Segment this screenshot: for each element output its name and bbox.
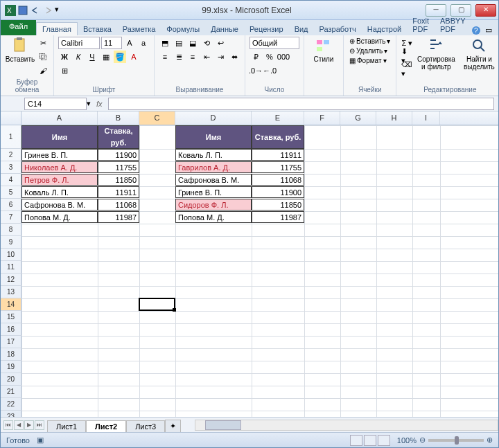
cell[interactable]: Николаев А. Д. [21,161,98,173]
align-right-icon[interactable]: ≡ [186,51,199,63]
indent-inc-icon[interactable]: ⇥ [214,51,227,63]
sheet-tab-3[interactable]: Лист3 [126,420,165,432]
cut-icon[interactable]: ✂ [37,37,49,49]
row-header-13[interactable]: 13 [1,286,21,298]
cell[interactable]: Коваль Л. П. [175,149,252,161]
indent-dec-icon[interactable]: ⇤ [200,51,213,63]
view-pagelayout[interactable] [364,435,376,446]
col-header-B[interactable]: B [98,111,139,125]
sheet-nav-first[interactable]: ⏮ [3,420,13,430]
col-header-F[interactable]: F [304,111,340,125]
horizontal-scrollbar[interactable] [195,420,498,431]
tab-insert[interactable]: Вставка [78,23,117,35]
tab-formulas[interactable]: Формулы [161,23,205,35]
col-header-C[interactable]: C [139,111,175,125]
close-button[interactable]: ✕ [475,4,496,17]
insert-cells[interactable]: ⊕Вставить ▾ [348,37,392,46]
redo-icon[interactable] [42,5,53,16]
tab-layout[interactable]: Разметка [117,23,161,35]
row-header-23[interactable]: 23 [1,411,21,417]
row-header-12[interactable]: 12 [1,274,21,286]
row-header-2[interactable]: 2 [1,149,21,161]
wrap-icon[interactable]: ↩ [214,37,227,49]
italic-icon[interactable]: К [72,51,85,63]
cell[interactable]: Попова М. Д. [21,211,98,223]
row-header-7[interactable]: 7 [1,211,21,224]
col-header-G[interactable]: G [340,111,376,125]
col-header-H[interactable]: H [376,111,412,125]
sort-filter-button[interactable]: Сортировка и фильтр [414,37,457,71]
formula-input[interactable] [108,98,494,110]
sheet-nav-prev[interactable]: ◀ [14,420,24,430]
borders-icon[interactable]: ⊞ [58,64,71,77]
cell[interactable]: Имя [175,125,252,149]
paste-button[interactable]: Вставить [5,37,35,64]
fx-icon[interactable]: fx [96,100,103,108]
cell[interactable]: 11987 [98,211,139,223]
file-tab[interactable]: Файл [1,20,36,35]
format-cells[interactable]: ▦Формат ▾ [348,56,388,65]
select-all-corner[interactable] [1,111,21,125]
align-left-icon[interactable]: ≡ [159,51,171,63]
cell[interactable]: Сидоров Ф. Л. [175,199,252,210]
sheet-nav-next[interactable]: ▶ [24,420,34,430]
cells-area[interactable]: ИмяСтавка, руб.Гринев В. П.11900Николаев… [21,125,498,417]
sheet-tab-1[interactable]: Лист1 [47,420,86,432]
row-header-10[interactable]: 10 [1,249,21,261]
cell[interactable]: Ставка, руб. [98,125,139,149]
row-header-9[interactable]: 9 [1,236,21,249]
row-header-3[interactable]: 3 [1,161,21,174]
align-center-icon[interactable]: ≣ [173,51,185,63]
zoom-level[interactable]: 100% [397,436,417,445]
save-icon[interactable] [17,5,28,16]
tab-dev[interactable]: Разработч [314,23,362,35]
row-header-6[interactable]: 6 [1,199,21,211]
merge-icon[interactable]: ⬌ [228,51,240,63]
cell[interactable]: 11987 [252,211,304,223]
cell[interactable]: 11755 [252,161,304,173]
find-select-button[interactable]: Найти и выделить [459,37,499,71]
tab-view[interactable]: Вид [289,23,314,35]
align-top-icon[interactable]: ⬒ [159,37,171,49]
styles-button[interactable]: Стили [308,37,339,64]
orientation-icon[interactable]: ⟲ [200,37,213,49]
grow-font-icon[interactable]: A [123,37,136,49]
row-header-16[interactable]: 16 [1,323,21,336]
cell[interactable]: Попова М. Д. [175,211,252,223]
row-header-4[interactable]: 4 [1,174,21,186]
bold-icon[interactable]: Ж [58,51,71,63]
row-header-5[interactable]: 5 [1,186,21,199]
cell[interactable]: 11068 [98,199,139,210]
shrink-font-icon[interactable]: a [137,37,150,49]
zoom-slider[interactable] [428,439,484,442]
view-normal[interactable] [350,435,362,446]
border-icon[interactable]: ▦ [100,51,112,63]
comma-icon[interactable]: 000 [277,51,290,63]
inc-decimal-icon[interactable]: .0→ [250,64,262,77]
cell[interactable]: Ставка, руб. [252,125,304,149]
row-header-18[interactable]: 18 [1,348,21,361]
cell[interactable]: Гринев В. П. [175,186,252,198]
tab-addins[interactable]: Надстрой [362,23,407,35]
cell[interactable]: 11900 [252,186,304,198]
cell[interactable]: 11850 [98,174,139,186]
cell[interactable]: 11911 [252,149,304,161]
align-mid-icon[interactable]: ▤ [173,37,185,49]
font-color-icon[interactable]: A [128,51,140,63]
number-format[interactable] [250,37,299,49]
row-header-17[interactable]: 17 [1,336,21,348]
sheet-tab-new[interactable]: ✦ [165,420,181,432]
percent-icon[interactable]: % [263,51,276,63]
name-box[interactable]: C14 [24,98,87,110]
dec-decimal-icon[interactable]: ←.0 [263,64,276,77]
namebox-dropdown-icon[interactable]: ▾ [87,99,91,108]
view-pagebreak[interactable] [378,435,390,446]
cell[interactable]: Имя [21,125,98,149]
row-header-14[interactable]: 14 [1,298,21,311]
delete-cells[interactable]: ⊖Удалить ▾ [348,46,389,55]
underline-icon[interactable]: Ч [86,51,98,63]
row-header-15[interactable]: 15 [1,311,21,323]
cell[interactable]: 11755 [98,161,139,173]
clear-icon[interactable]: ⌫ ▾ [401,63,413,75]
row-header-22[interactable]: 22 [1,398,21,411]
